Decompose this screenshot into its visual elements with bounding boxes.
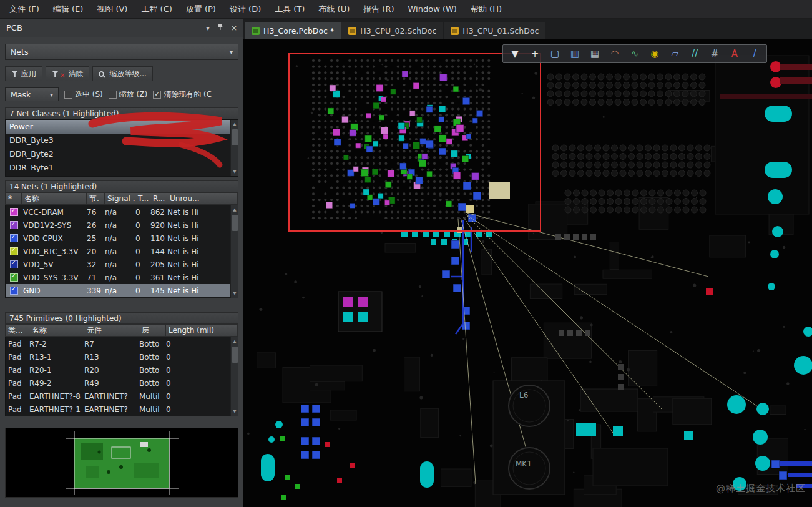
primitive-row[interactable]: Pad R20-1 R20 Botto 0 bbox=[6, 363, 238, 377]
panel-title: PCB bbox=[6, 23, 22, 32]
column-header[interactable]: Unrou... bbox=[167, 193, 238, 204]
scroll-down-icon[interactable]: ▼ bbox=[233, 289, 236, 298]
scrollbar[interactable]: ▲▼ bbox=[230, 337, 238, 416]
net-class-row[interactable]: DDR_Byte3 bbox=[6, 134, 238, 147]
scroll-up-icon[interactable]: ▲ bbox=[233, 120, 236, 129]
meander-route-icon[interactable]: ∿ bbox=[625, 44, 645, 63]
column-header[interactable]: 名称 bbox=[22, 193, 87, 204]
menu-item[interactable]: 设计 (D) bbox=[223, 0, 268, 19]
primitive-length: 0 bbox=[166, 379, 171, 388]
column-header[interactable]: 节. bbox=[87, 193, 105, 204]
primitive-component: R13 bbox=[84, 353, 139, 362]
scroll-up-icon[interactable]: ▲ bbox=[233, 205, 236, 214]
menu-item[interactable]: 编辑 (E) bbox=[46, 0, 90, 19]
net-status: Net is Hi bbox=[167, 247, 199, 256]
primitive-row[interactable]: Pad R13-1 R13 Botto 0 bbox=[6, 350, 238, 363]
net-color-checkbox[interactable] bbox=[10, 273, 18, 282]
via-icon[interactable]: ◉ bbox=[645, 44, 665, 63]
net-color-checkbox[interactable] bbox=[10, 247, 18, 255]
net-color-checkbox[interactable] bbox=[10, 287, 18, 295]
option-checkboxes: 选中 (S) 缩放 (Z) 清除现有的 (C bbox=[64, 89, 212, 100]
net-class-row[interactable]: DDR_Byte1 bbox=[6, 161, 238, 175]
menu-item[interactable]: Window (W) bbox=[401, 0, 464, 19]
net-row[interactable]: VDD-CPUX 25 n/a 0 110 Net is Hi bbox=[6, 232, 238, 245]
document-tab[interactable]: H3_CPU_02.SchDoc bbox=[341, 22, 443, 39]
net-name: GND bbox=[22, 287, 87, 295]
net-row[interactable]: VDD_5V 32 n/a 0 205 Net is Hi bbox=[6, 258, 238, 271]
checkbox-box[interactable] bbox=[64, 91, 72, 99]
column-header[interactable]: 层 bbox=[139, 325, 166, 336]
primitive-name: EARTHNET?-8 bbox=[29, 392, 84, 401]
net-row[interactable]: GND 339 n/a 0 145 Net is Hi bbox=[6, 284, 238, 297]
primitive-row[interactable]: Pad R49-2 R49 Botto 0 bbox=[6, 377, 238, 390]
checkbox-box[interactable] bbox=[109, 91, 117, 99]
menu-item[interactable]: 报告 (R) bbox=[356, 0, 401, 19]
column-header[interactable]: 类... bbox=[6, 325, 29, 336]
column-header[interactable]: 名称 bbox=[29, 325, 84, 336]
option-checkbox[interactable]: 选中 (S) bbox=[64, 89, 103, 100]
primitive-row[interactable]: Pad EARTHNET?-1 EARTHNET? Multil 0 bbox=[6, 403, 238, 416]
diff-pair-icon[interactable]: // bbox=[685, 44, 705, 63]
net-row[interactable]: VCC-DRAM 76 n/a 0 862 Net is Hi bbox=[6, 205, 238, 219]
line-icon[interactable]: / bbox=[745, 44, 765, 63]
text-icon[interactable]: A bbox=[725, 44, 745, 63]
net-t: 0 bbox=[135, 221, 150, 230]
panel-toolbar: 应用 × 清除 缩放等级... bbox=[5, 66, 238, 81]
menu-item[interactable]: 帮助 (H) bbox=[464, 0, 509, 19]
document-icon bbox=[252, 27, 260, 35]
primitive-name: EARTHNET?-1 bbox=[29, 405, 84, 414]
scrollbar[interactable]: ▲▼ bbox=[230, 120, 238, 176]
marquee-select-icon[interactable]: ▢ bbox=[545, 44, 565, 63]
column-header[interactable]: Signal .. bbox=[105, 193, 135, 204]
net-color-checkbox[interactable] bbox=[10, 260, 18, 268]
document-tab[interactable]: H3_Core.PcbDoc * bbox=[245, 22, 341, 39]
menu-item[interactable]: 工程 (C) bbox=[134, 0, 179, 19]
pcb-canvas[interactable]: L6MK1 ▼ + ▢ ▥ ▦ ◠ ∿ ◉ ▱ // # A / @稀土掘金技术… bbox=[243, 39, 812, 507]
polygon-plane-icon[interactable]: ▱ bbox=[665, 44, 685, 63]
net-class-row[interactable]: Power bbox=[6, 120, 238, 134]
menu-item[interactable]: 放置 (P) bbox=[179, 0, 223, 19]
pad-array-icon[interactable]: ▦ bbox=[585, 44, 605, 63]
route-arc-icon[interactable]: ◠ bbox=[605, 44, 625, 63]
column-header[interactable]: T... bbox=[135, 193, 150, 204]
primitive-row[interactable]: Pad R7-2 R7 Botto 0 bbox=[6, 337, 238, 350]
menu-item[interactable]: 视图 (V) bbox=[90, 0, 134, 19]
menu-item[interactable]: 工具 (T) bbox=[268, 0, 311, 19]
net-color-checkbox[interactable] bbox=[10, 234, 18, 242]
histogram-icon[interactable]: ▥ bbox=[565, 44, 585, 63]
checkbox-box[interactable] bbox=[153, 91, 161, 99]
option-checkbox[interactable]: 清除现有的 (C bbox=[153, 89, 212, 100]
option-checkbox[interactable]: 缩放 (Z) bbox=[109, 89, 147, 100]
menu-item[interactable]: 布线 (U) bbox=[311, 0, 356, 19]
column-header[interactable]: * bbox=[6, 193, 22, 204]
net-class-row[interactable]: DDR_Byte2 bbox=[6, 147, 238, 161]
column-header[interactable]: 元件 bbox=[84, 325, 139, 336]
scrollbar[interactable]: ▲▼ bbox=[230, 205, 238, 298]
clear-button[interactable]: × 清除 bbox=[46, 66, 89, 81]
scroll-up-icon[interactable]: ▲ bbox=[233, 337, 236, 346]
net-color-checkbox[interactable] bbox=[10, 221, 18, 229]
document-tab[interactable]: H3_CPU_01.SchDoc bbox=[444, 22, 545, 39]
net-row[interactable]: VDD1V2-SYS 26 n/a 0 920 Net is Hi bbox=[6, 219, 238, 232]
menu-item[interactable]: 文件 (F) bbox=[2, 0, 46, 19]
column-header[interactable]: Length (mil) bbox=[166, 325, 238, 336]
scroll-down-icon[interactable]: ▼ bbox=[233, 167, 236, 176]
mask-select[interactable]: Mask ▾ bbox=[5, 87, 59, 101]
chevron-down-icon[interactable]: ▾ bbox=[206, 24, 210, 32]
apply-button[interactable]: 应用 bbox=[5, 66, 42, 81]
scroll-down-icon[interactable]: ▼ bbox=[233, 407, 236, 416]
pin-icon[interactable] bbox=[217, 23, 223, 32]
column-header[interactable]: R... bbox=[150, 193, 167, 204]
primitive-row[interactable]: Pad EARTHNET?-8 EARTHNET? Multil 0 bbox=[6, 390, 238, 403]
net-row[interactable]: VDD_SYS_3.3V 71 n/a 0 361 Net is Hi bbox=[6, 271, 238, 284]
board-preview[interactable] bbox=[5, 428, 238, 498]
crosshair-icon[interactable]: + bbox=[525, 44, 545, 63]
net-row[interactable]: VDD_RTC_3.3V 20 n/a 0 144 Net is Hi bbox=[6, 245, 238, 258]
close-icon[interactable]: × bbox=[231, 24, 237, 32]
dimension-icon[interactable]: # bbox=[705, 44, 725, 63]
panel-mode-select[interactable]: Nets ▾ bbox=[5, 44, 238, 60]
zoom-level-button[interactable]: 缩放等级... bbox=[92, 66, 152, 81]
filter-icon[interactable]: ▼ bbox=[505, 44, 525, 63]
net-color-checkbox[interactable] bbox=[10, 208, 18, 216]
document-tab-label: H3_CPU_02.SchDoc bbox=[360, 26, 436, 36]
